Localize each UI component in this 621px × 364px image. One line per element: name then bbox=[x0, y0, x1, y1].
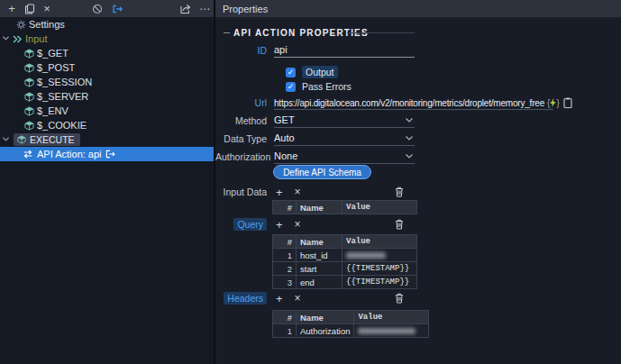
trash-icon[interactable] bbox=[395, 219, 404, 230]
more-icon[interactable]: ⋯ bbox=[197, 0, 212, 18]
remove-row-icon[interactable]: × bbox=[295, 219, 301, 231]
id-input[interactable]: api bbox=[274, 44, 415, 58]
name-cell[interactable]: host_id bbox=[297, 249, 342, 262]
cube-icon bbox=[24, 77, 34, 87]
row-num: 1 bbox=[273, 249, 297, 262]
id-field-row: ID api bbox=[215, 43, 415, 58]
tree-item-session[interactable]: $_SESSION bbox=[0, 75, 214, 89]
check-icon: ✓ bbox=[288, 82, 295, 91]
value-cell[interactable]: {{TIMESTAMP}} bbox=[342, 262, 417, 276]
double-chevron-icon bbox=[13, 35, 23, 43]
url-input[interactable]: https://api.digitalocean.com/v2/monitori… bbox=[274, 98, 544, 108]
table-row: 3 end {{TIMESTAMP}} bbox=[273, 276, 417, 289]
trash-icon[interactable] bbox=[395, 293, 404, 304]
url-label: Url bbox=[215, 97, 267, 108]
row-num: 2 bbox=[273, 262, 297, 276]
output-row: ✓ Output bbox=[215, 65, 338, 79]
authorization-value: None bbox=[274, 150, 297, 161]
row-num: 1 bbox=[273, 324, 297, 338]
section-dash bbox=[224, 32, 230, 33]
col-num: # bbox=[273, 201, 297, 214]
table-row: 2 start {{TIMESTAMP}} bbox=[273, 262, 417, 276]
id-label: ID bbox=[215, 45, 267, 56]
tree-item-env[interactable]: $_ENV bbox=[0, 104, 214, 118]
remove-row-icon[interactable]: × bbox=[295, 187, 301, 198]
method-row: Method GET bbox=[215, 114, 415, 128]
gear-icon bbox=[16, 20, 26, 30]
tree-item-get[interactable]: $_GET bbox=[0, 46, 214, 60]
cube-icon bbox=[24, 63, 34, 73]
chevron-down-icon bbox=[406, 136, 413, 141]
section-rule bbox=[347, 32, 415, 33]
chevron-down-icon[interactable] bbox=[3, 137, 9, 141]
chevron-down-icon bbox=[406, 154, 413, 159]
clipboard-icon[interactable] bbox=[563, 97, 572, 108]
share-icon[interactable] bbox=[178, 0, 192, 18]
headers-toolbar: Headers + × bbox=[215, 292, 301, 305]
add-glyph: + bbox=[8, 0, 15, 18]
binding-picker-icon[interactable]: { } bbox=[547, 98, 560, 108]
tree-item-api-action[interactable]: API Action: api bbox=[0, 147, 214, 161]
tree-item-post[interactable]: $_POST bbox=[0, 60, 214, 75]
col-name: Name bbox=[297, 311, 354, 324]
close-glyph: × bbox=[43, 0, 50, 18]
tree-item-cookie[interactable]: $_COOKIE bbox=[0, 118, 214, 132]
value-cell[interactable]: {{TIMESTAMP}} bbox=[342, 276, 417, 289]
pass-errors-label: Pass Errors bbox=[302, 81, 352, 92]
tree-item-label: API Action: api bbox=[37, 149, 102, 159]
remove-row-icon[interactable]: × bbox=[295, 293, 301, 305]
cube-icon bbox=[24, 106, 34, 116]
tree-item-server[interactable]: $_SERVER bbox=[0, 89, 214, 104]
chevron-down-icon bbox=[406, 118, 413, 123]
name-cell[interactable]: start bbox=[297, 262, 342, 276]
data-type-label: Data Type bbox=[215, 133, 267, 144]
method-label: Method bbox=[215, 115, 267, 126]
row-num: 3 bbox=[273, 276, 297, 289]
query-table: # Name Value 1 host_id 2 start {{TIMESTA… bbox=[272, 234, 417, 289]
authorization-select[interactable]: None bbox=[274, 150, 415, 164]
close-icon[interactable]: × bbox=[41, 0, 53, 18]
duplicate-icon[interactable] bbox=[23, 0, 37, 18]
tree-item-label: EXECUTE bbox=[30, 134, 75, 145]
tree-item-settings[interactable]: Settings bbox=[0, 17, 214, 32]
method-select[interactable]: GET bbox=[274, 114, 415, 128]
tree-item-label: $_GET bbox=[37, 48, 68, 59]
execute-badge: EXECUTE bbox=[14, 133, 80, 146]
add-row-icon[interactable]: + bbox=[276, 219, 283, 231]
add-row-icon[interactable]: + bbox=[276, 293, 283, 305]
name-cell[interactable]: end bbox=[297, 276, 342, 289]
output-label: Output bbox=[302, 66, 338, 78]
add-icon[interactable]: + bbox=[5, 0, 18, 18]
cube-icon bbox=[24, 92, 34, 102]
trash-icon[interactable] bbox=[395, 187, 404, 197]
authorization-row: Authorization None bbox=[215, 150, 415, 164]
properties-panel-title: Properties bbox=[223, 0, 268, 18]
data-type-value: Auto bbox=[274, 132, 295, 143]
define-api-schema-button[interactable]: Define API Schema bbox=[273, 165, 371, 179]
open-output-icon[interactable] bbox=[110, 0, 124, 18]
add-row-icon[interactable]: + bbox=[276, 187, 283, 198]
value-cell[interactable] bbox=[342, 249, 417, 262]
name-cell[interactable]: Authorization bbox=[297, 324, 354, 338]
check-icon: ✓ bbox=[288, 68, 295, 77]
chevron-down-icon[interactable] bbox=[3, 36, 9, 41]
disable-icon[interactable] bbox=[90, 0, 105, 18]
pass-errors-checkbox[interactable]: ✓ bbox=[286, 82, 296, 92]
redacted-value bbox=[358, 328, 416, 334]
top-toolbar: + × ⋯ Properties bbox=[0, 0, 621, 18]
value-cell[interactable] bbox=[354, 324, 429, 338]
tree-item-execute[interactable]: EXECUTE bbox=[0, 132, 214, 147]
input-data-label: Input Data bbox=[215, 187, 267, 197]
data-type-select[interactable]: Auto bbox=[274, 132, 415, 146]
data-type-row: Data Type Auto bbox=[215, 132, 415, 146]
lightning-icon bbox=[550, 98, 556, 107]
tree-item-label: $_SESSION bbox=[37, 77, 92, 87]
tree-item-input[interactable]: Input bbox=[0, 32, 214, 46]
pass-errors-row: ✓ Pass Errors bbox=[215, 79, 352, 94]
tree-item-label: $_SERVER bbox=[37, 91, 88, 102]
output-checkbox[interactable]: ✓ bbox=[286, 68, 296, 77]
tree-item-label: Input bbox=[25, 33, 47, 44]
query-label: Query bbox=[233, 218, 267, 231]
sign-out-icon bbox=[105, 150, 115, 159]
table-row: 1 host_id bbox=[273, 249, 417, 262]
